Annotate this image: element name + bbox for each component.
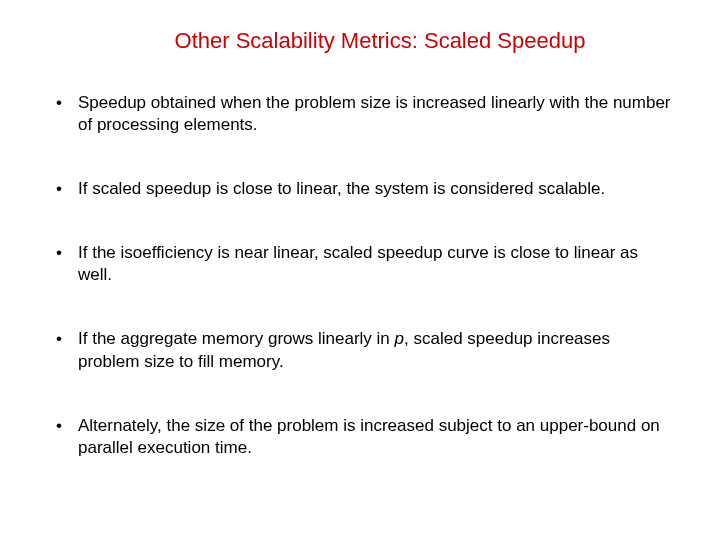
list-item: Alternately, the size of the problem is … bbox=[48, 415, 672, 459]
bullet-text: If the isoefficiency is near linear, sca… bbox=[78, 243, 638, 284]
bullet-list: Speedup obtained when the problem size i… bbox=[48, 92, 672, 459]
slide-title: Other Scalability Metrics: Scaled Speedu… bbox=[48, 28, 672, 54]
list-item: If the isoefficiency is near linear, sca… bbox=[48, 242, 672, 286]
bullet-text: If scaled speedup is close to linear, th… bbox=[78, 179, 605, 198]
bullet-text-em: p bbox=[395, 329, 404, 348]
list-item: If scaled speedup is close to linear, th… bbox=[48, 178, 672, 200]
list-item: Speedup obtained when the problem size i… bbox=[48, 92, 672, 136]
bullet-text: Speedup obtained when the problem size i… bbox=[78, 93, 671, 134]
bullet-text-pre: If the aggregate memory grows linearly i… bbox=[78, 329, 395, 348]
list-item: If the aggregate memory grows linearly i… bbox=[48, 328, 672, 372]
bullet-text: Alternately, the size of the problem is … bbox=[78, 416, 660, 457]
